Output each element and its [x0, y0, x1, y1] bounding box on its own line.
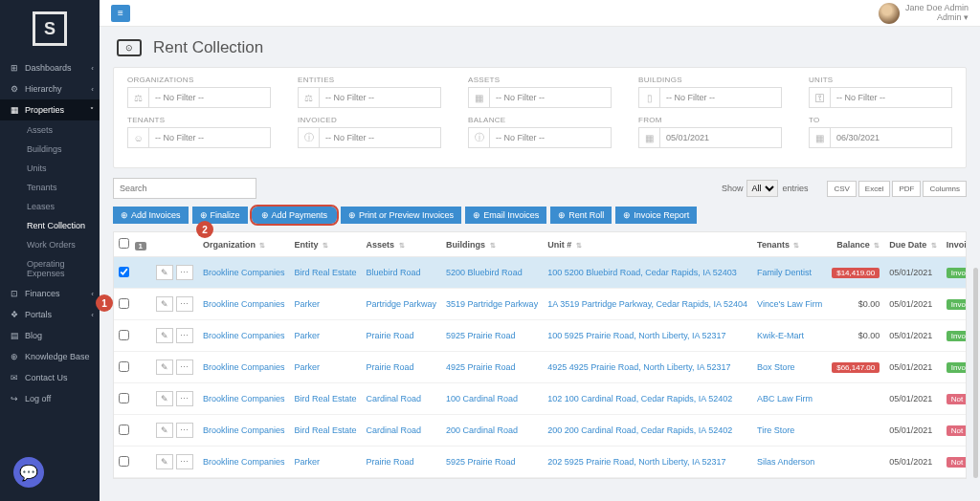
col-Buildings[interactable]: Buildings ⇅ [441, 232, 543, 257]
invoice-badge[interactable]: Not Invoiced [947, 425, 967, 436]
org-link[interactable]: Brookline Companies [203, 268, 285, 277]
action-invoice-report[interactable]: ⊕ Invoice Report [615, 207, 697, 224]
asset-link[interactable]: Prairie Road [367, 362, 414, 372]
filter-input[interactable]: ▦ [809, 127, 952, 148]
row-checkbox[interactable] [119, 456, 129, 467]
entity-link[interactable]: Parker [295, 457, 321, 467]
more-button[interactable]: ⋯ [176, 265, 193, 280]
building-link[interactable]: 4925 Prairie Road [446, 362, 516, 372]
row-checkbox[interactable] [119, 330, 129, 340]
col-Due Date[interactable]: Due Date ⇅ [884, 232, 942, 257]
invoice-badge[interactable]: Not Invoiced [947, 457, 967, 468]
tenant-link[interactable]: Tire Store [757, 425, 794, 435]
entity-link[interactable]: Parker [295, 331, 321, 340]
edit-button[interactable]: ✎ [156, 423, 173, 438]
more-button[interactable]: ⋯ [176, 423, 193, 438]
export-columns[interactable]: Columns [923, 181, 967, 197]
action-email-invoices[interactable]: ⊕ Email Invoices [465, 207, 546, 224]
asset-link[interactable]: Cardinal Road [367, 425, 422, 435]
filter-input[interactable]: ⓘ [298, 127, 441, 148]
entity-link[interactable]: Parker [295, 362, 321, 372]
invoice-badge[interactable]: Invoice #26971 [947, 268, 967, 278]
tenant-link[interactable]: Silas Anderson [757, 457, 814, 467]
action-print-or-preview-invoices[interactable]: ⊕ Print or Preview Invoices [341, 207, 461, 224]
edit-button[interactable]: ✎ [156, 454, 173, 469]
nav-sub-leases[interactable]: Leases [0, 197, 100, 216]
nav-properties[interactable]: ▦Properties˅ [0, 99, 100, 120]
entity-link[interactable]: Bird Real Estate [295, 268, 357, 277]
asset-link[interactable]: Bluebird Road [367, 268, 421, 277]
export-excel[interactable]: Excel [858, 181, 891, 197]
entries-select[interactable]: All [746, 180, 778, 197]
col-Assets[interactable]: Assets ⇅ [362, 232, 442, 257]
invoice-badge[interactable]: Not Invoiced [947, 394, 967, 404]
nav-sub-tenants[interactable]: Tenants [0, 178, 100, 197]
unit-link[interactable]: 100 5200 Bluebird Road, Cedar Rapids, IA… [547, 268, 737, 277]
nav-dashboards[interactable]: ⊞Dashboards‹ [0, 57, 100, 78]
row-checkbox[interactable] [119, 425, 129, 435]
building-link[interactable]: 200 Cardinal Road [446, 425, 518, 435]
select-all[interactable] [119, 238, 129, 249]
invoice-badge[interactable]: Invoice #26972 [947, 299, 967, 310]
col-check[interactable]: 1 [114, 232, 151, 257]
user-menu[interactable]: Jane Doe Admin Admin ▾ [879, 3, 969, 24]
nav-sub-units[interactable]: Units [0, 159, 100, 178]
more-button[interactable]: ⋯ [176, 359, 193, 375]
entity-link[interactable]: Parker [295, 299, 321, 309]
action-rent-roll[interactable]: ⊕ Rent Roll [550, 207, 612, 224]
invoice-badge[interactable]: Invoice #26974 [947, 362, 967, 373]
org-link[interactable]: Brookline Companies [203, 299, 285, 309]
tenant-link[interactable]: Box Store [757, 362, 795, 372]
more-button[interactable]: ⋯ [176, 391, 193, 406]
nav-portals[interactable]: ❖Portals‹ [0, 304, 100, 325]
row-checkbox[interactable] [119, 361, 129, 372]
building-link[interactable]: 3519 Partridge Parkway [446, 299, 538, 309]
nav-sub-buildings[interactable]: Buildings [0, 140, 100, 159]
scrollbar[interactable] [973, 268, 978, 478]
unit-link[interactable]: 102 100 Cardinal Road, Cedar Rapids, IA … [547, 394, 732, 403]
asset-link[interactable]: Partridge Parkway [367, 299, 437, 309]
nav-contact-us[interactable]: ✉Contact Us [0, 367, 100, 388]
col-Balance[interactable]: Balance ⇅ [827, 232, 884, 257]
nav-sub-operating-expenses[interactable]: Operating Expenses [0, 254, 100, 283]
col-Unit #[interactable]: Unit # ⇅ [543, 232, 752, 257]
more-button[interactable]: ⋯ [176, 296, 193, 312]
invoice-badge[interactable]: Invoice #26973 [947, 331, 967, 341]
edit-button[interactable]: ✎ [156, 391, 173, 406]
edit-button[interactable]: ✎ [156, 296, 173, 312]
tenant-link[interactable]: Vince's Law Firm [757, 299, 822, 309]
nav-log-off[interactable]: ↪Log off [0, 388, 100, 409]
building-link[interactable]: 100 Cardinal Road [446, 394, 518, 403]
tenant-link[interactable]: Family Dentist [757, 268, 812, 277]
row-checkbox[interactable] [119, 267, 129, 277]
filter-input[interactable]: ▦ [468, 87, 612, 108]
edit-button[interactable]: ✎ [156, 265, 173, 280]
building-link[interactable]: 5925 Prairie Road [446, 457, 516, 467]
action-add-invoices[interactable]: ⊕ Add Invoices [113, 207, 189, 224]
asset-link[interactable]: Cardinal Road [367, 394, 422, 403]
unit-link[interactable]: 200 200 Cardinal Road, Cedar Rapids, IA … [547, 425, 732, 435]
nav-sub-assets[interactable]: Assets [0, 120, 100, 140]
nav-knowledge-base[interactable]: ⊕Knowledge Base [0, 346, 100, 367]
row-checkbox[interactable] [119, 393, 129, 403]
more-button[interactable]: ⋯ [176, 328, 193, 343]
unit-link[interactable]: 100 5925 Prairie Road, North Liberty, IA… [547, 331, 725, 340]
filter-input[interactable]: ⚖ [127, 87, 271, 108]
col-check[interactable] [151, 232, 198, 257]
col-Invoices[interactable]: Invoices ⇅ [942, 232, 967, 257]
filter-input[interactable]: ☺ [127, 127, 271, 148]
edit-button[interactable]: ✎ [156, 328, 173, 343]
unit-link[interactable]: 4925 4925 Prairie Road, North Liberty, I… [547, 362, 730, 372]
org-link[interactable]: Brookline Companies [203, 425, 285, 435]
tenant-link[interactable]: ABC Law Firm [757, 394, 813, 403]
chat-widget[interactable]: 💬 [13, 457, 44, 488]
filter-input[interactable]: ⓘ [468, 127, 612, 148]
org-link[interactable]: Brookline Companies [203, 362, 285, 372]
action-add-payments[interactable]: ⊕ Add Payments [252, 207, 338, 224]
nav-sub-work-orders[interactable]: Work Orders [0, 235, 100, 254]
search-input[interactable] [113, 178, 256, 199]
col-Entity[interactable]: Entity ⇅ [290, 232, 362, 257]
building-link[interactable]: 5925 Prairie Road [446, 331, 516, 340]
col-Organization[interactable]: Organization ⇅ [198, 232, 290, 257]
org-link[interactable]: Brookline Companies [203, 331, 285, 340]
